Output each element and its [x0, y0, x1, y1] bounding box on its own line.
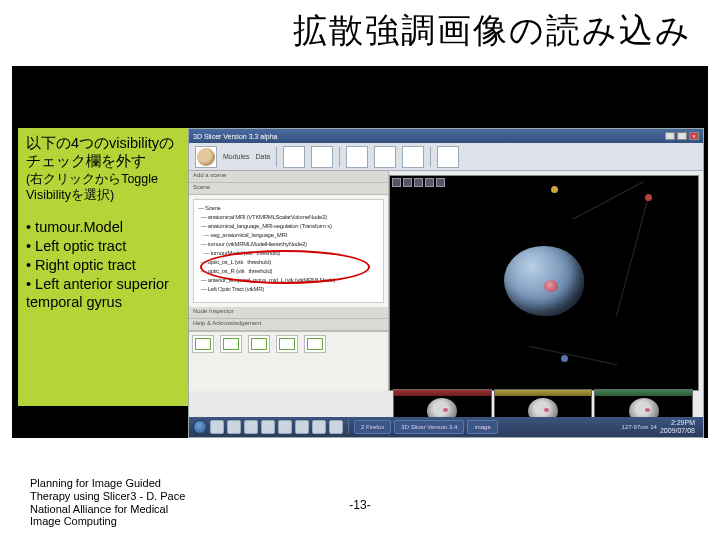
panel-scene-header: Scene: [189, 183, 388, 195]
toolbar-separator: [430, 147, 431, 167]
quicklaunch-icon[interactable]: [278, 420, 292, 434]
app-toolbar: Modules Data: [189, 143, 703, 171]
left-panel: Add a scene Scene — Scene — anatomical M…: [189, 171, 389, 391]
brain-logo-icon: [195, 146, 217, 168]
minimize-icon[interactable]: -: [665, 132, 675, 140]
list-item: • Left anterior superior temporal gyrus: [26, 275, 180, 311]
tree-row[interactable]: — anterior_temporal_gyrus_mid_L (vtk (vt…: [198, 276, 379, 285]
tree-row[interactable]: — tumourModel (vtk threshold): [198, 249, 379, 258]
tree-row[interactable]: — tumour (vtkMRMLModelHierarchyNode2): [198, 240, 379, 249]
app-screenshot: 3D Slicer Version 3.3 alpha - □ × Module…: [188, 128, 704, 438]
taskbar-task[interactable]: image: [467, 420, 497, 434]
toolbar-button[interactable]: [311, 146, 333, 168]
quicklaunch-icon[interactable]: [244, 420, 258, 434]
view-button[interactable]: [425, 178, 434, 187]
view-button[interactable]: [414, 178, 423, 187]
window-title: 3D Slicer Version 3.3 alpha: [193, 133, 277, 140]
view-button[interactable]: [403, 178, 412, 187]
tree-row[interactable]: — Left Optic Tract (vtkMR): [198, 285, 379, 294]
instruction-sub: (右クリックからToggle Visibilityを選択): [26, 172, 180, 203]
axis-marker-a: [645, 194, 652, 201]
credit-line: Image Computing: [30, 515, 185, 528]
clock-date: 2009/07/08: [660, 427, 695, 435]
toolbar-separator: [339, 147, 340, 167]
guide-line: [529, 346, 617, 366]
layout-thumb[interactable]: [220, 335, 242, 353]
tree-row[interactable]: — Scene: [198, 204, 379, 213]
guide-line: [572, 181, 643, 219]
slice-header-green: [595, 390, 692, 396]
slide-title: 拡散強調画像の読み込み: [293, 8, 692, 54]
panel-section[interactable]: Node Inspector: [189, 307, 388, 319]
guide-line: [616, 200, 648, 316]
credit-line: Therapy using Slicer3 - D. Pace: [30, 490, 185, 503]
layout-thumb[interactable]: [276, 335, 298, 353]
tree-row[interactable]: — seg_anatomical_language_MRI: [198, 231, 379, 240]
taskbar-separator: [348, 420, 349, 434]
instruction-list: • tumour.Model • Left optic tract • Righ…: [26, 218, 180, 312]
axis-marker-p: [561, 355, 568, 362]
quicklaunch-icon[interactable]: [227, 420, 241, 434]
list-item: • Right optic tract: [26, 256, 180, 274]
credit-line: Planning for Image Guided: [30, 477, 185, 490]
quicklaunch-icon[interactable]: [312, 420, 326, 434]
panel-header: Add a scene: [189, 171, 388, 183]
maximize-icon[interactable]: □: [677, 132, 687, 140]
list-item: • tumour.Model: [26, 218, 180, 236]
toolbar-button[interactable]: [283, 146, 305, 168]
tree-row[interactable]: — optic_tst_L (vtk threshold): [198, 258, 379, 267]
scene-tree[interactable]: — Scene — anatomical MRI (VTKMRMLScalarV…: [193, 199, 384, 303]
3d-viewport[interactable]: [389, 175, 699, 391]
clock-time: 2:29PM: [660, 419, 695, 427]
page-number: -13-: [349, 498, 370, 512]
tree-row[interactable]: — optic_tst_R (vtk threshold): [198, 267, 379, 276]
main-area: Add a scene Scene — Scene — anatomical M…: [189, 171, 703, 391]
toolbar-button[interactable]: [346, 146, 368, 168]
brain-surface: [504, 246, 584, 316]
panel-thumbnails: [189, 331, 388, 391]
tree-row[interactable]: — anatomical_language_MRI-segulation (Tr…: [198, 222, 379, 231]
footer-credit: Planning for Image Guided Therapy using …: [30, 477, 185, 528]
toolbar-separator: [276, 147, 277, 167]
data-dropdown[interactable]: Data: [255, 153, 270, 160]
axis-marker-s: [551, 186, 558, 193]
credit-line: National Alliance for Medical: [30, 503, 185, 516]
panel-section[interactable]: Help & Acknowledgement: [189, 319, 388, 331]
taskbar-clock: 2:29PM 2009/07/08: [660, 419, 695, 435]
window-titlebar: 3D Slicer Version 3.3 alpha - □ ×: [189, 129, 703, 143]
os-taskbar: 2 Firefox 3D Slicer Version 3.4 image 12…: [189, 417, 703, 437]
3d-view-controls: [392, 178, 445, 187]
tray-text: 127-97um 14: [622, 424, 657, 430]
slice-header-yellow: [495, 390, 592, 396]
layout-thumb[interactable]: [248, 335, 270, 353]
tumour-model: [544, 280, 558, 292]
layout-thumb[interactable]: [192, 335, 214, 353]
close-icon[interactable]: ×: [689, 132, 699, 140]
quicklaunch-icon[interactable]: [295, 420, 309, 434]
slice-header-red: [394, 390, 491, 396]
start-button-icon[interactable]: [193, 420, 207, 434]
quicklaunch-icon[interactable]: [261, 420, 275, 434]
brain-render: [484, 236, 604, 336]
taskbar-task[interactable]: 2 Firefox: [354, 420, 391, 434]
view-button[interactable]: [392, 178, 401, 187]
quicklaunch-icon[interactable]: [329, 420, 343, 434]
instruction-box: 以下の4つのvisibilityのチェック欄を外す (右クリックからToggle…: [18, 128, 188, 406]
toolbar-button[interactable]: [402, 146, 424, 168]
toolbar-button[interactable]: [374, 146, 396, 168]
modules-label: Modules: [223, 153, 249, 160]
taskbar-task[interactable]: 3D Slicer Version 3.4: [394, 420, 464, 434]
tree-row[interactable]: — anatomical MRI (VTKMRMLScalarVolumeNod…: [198, 213, 379, 222]
toolbar-button[interactable]: [437, 146, 459, 168]
list-item: • Left optic tract: [26, 237, 180, 255]
quicklaunch-icon[interactable]: [210, 420, 224, 434]
view-button[interactable]: [436, 178, 445, 187]
instruction-main: 以下の4つのvisibilityのチェック欄を外す: [26, 134, 180, 170]
layout-thumb[interactable]: [304, 335, 326, 353]
